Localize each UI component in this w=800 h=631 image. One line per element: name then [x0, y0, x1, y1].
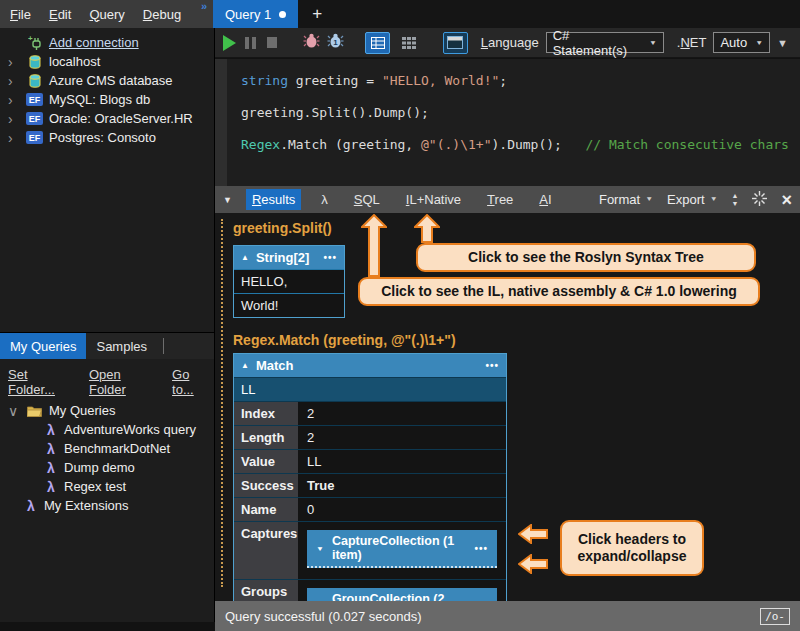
connection-postgres[interactable]: › EF Postgres: Consoto [0, 128, 214, 147]
results-panel: greeting.Split() ▲ String[2] ••• HELLO, … [215, 213, 800, 601]
close-results-icon[interactable]: × [781, 191, 792, 209]
language-select[interactable]: C# Statement(s) ▼ [546, 32, 664, 53]
folder-label: My Queries [49, 403, 115, 418]
query-label: My Extensions [44, 498, 129, 513]
add-connection[interactable]: + Add connection [0, 33, 214, 52]
menu-edit[interactable]: Edit [49, 7, 71, 22]
table-row: Length 2 [234, 425, 506, 449]
expand-chevron-icon[interactable]: › [8, 93, 20, 107]
collapse-chevron-icon[interactable]: ∨ [8, 404, 20, 418]
sidebar: + Add connection › localhost › Azure CMS… [0, 28, 215, 622]
go-to-link[interactable]: Go to... [172, 367, 214, 397]
table-row-captures: Captures ▼ CaptureCollection (1 item) ••… [234, 521, 506, 579]
tab-sql[interactable]: SQL [348, 189, 386, 210]
code-line-1: string greeting = "HELLO, World!"; [241, 65, 800, 97]
regex-options-badge[interactable]: /o- [760, 608, 790, 625]
capture-collection-label: CaptureCollection (1 item) [332, 534, 467, 562]
results-panel-layout-button[interactable] [443, 32, 468, 54]
ef-core-icon: EF [26, 93, 43, 106]
format-label: Format [599, 192, 640, 207]
results-left-dotted-line [221, 219, 223, 587]
my-extensions-item[interactable]: λ My Extensions [0, 496, 214, 515]
connections-panel: + Add connection › localhost › Azure CMS… [0, 28, 214, 332]
tab-lambda[interactable]: λ [315, 189, 334, 210]
tab-results[interactable]: Results [246, 189, 301, 210]
tab-query-1[interactable]: Query 1 [213, 0, 298, 28]
list-item[interactable]: λ BenchmarkDotNet [0, 439, 214, 458]
connection-label: Oracle: OracleServer.HR [49, 111, 193, 126]
lambda-query-icon: λ [44, 422, 58, 438]
set-folder-link[interactable]: Set Folder... [8, 367, 77, 397]
lambda-query-icon: λ [44, 441, 58, 457]
format-dropdown[interactable]: Format ▼ [599, 192, 653, 207]
dotnet-value: Auto [720, 35, 747, 50]
expand-chevron-icon[interactable]: › [8, 74, 20, 88]
dotnet-select[interactable]: Auto ▼ [713, 32, 770, 53]
tab-il-native[interactable]: IL+Native [400, 189, 467, 210]
breakpoint-bug-icon[interactable]: 1 [327, 33, 344, 52]
code-line-2: greeting.Split().Dump(); [241, 97, 800, 129]
callout-line: Click headers to [578, 531, 686, 549]
ef-core-icon: EF [26, 131, 43, 144]
my-queries-panel: Set Folder... Open Folder Go to... ∨ My … [0, 359, 214, 622]
new-tab-button[interactable]: + [298, 0, 336, 28]
unsaved-dot-icon [279, 11, 286, 18]
list-item[interactable]: λ Regex test [0, 477, 214, 496]
chevron-down-icon: ▼ [649, 39, 657, 46]
tab-ai[interactable]: AI [533, 189, 557, 210]
resize-panel-icon[interactable]: ▲▼ [732, 193, 739, 207]
tab-my-queries[interactable]: My Queries [0, 333, 86, 359]
code-editor[interactable]: string greeting = "HELLO, World!"; greet… [215, 59, 800, 186]
rich-text-results-button[interactable] [365, 32, 390, 54]
query-label: Regex test [64, 479, 126, 494]
header-menu-icon[interactable]: ••• [485, 360, 499, 371]
ef-core-icon: EF [26, 112, 43, 125]
dotnet-label: .NET [677, 35, 707, 50]
list-item[interactable]: λ Dump demo [0, 458, 214, 477]
connection-label: Azure CMS database [49, 73, 173, 88]
callout-roslyn-tree: Click to see the Roslyn Syntax Tree [416, 243, 756, 272]
menu-debug[interactable]: Debug [143, 7, 181, 22]
toolbar: 1 Language C# Statement(s) ▼ .NET Auto ▼… [215, 28, 800, 58]
results-collapse-caret-icon[interactable]: ▼ [223, 195, 232, 205]
stop-button[interactable] [267, 37, 277, 48]
connection-localhost[interactable]: › localhost [0, 52, 214, 71]
expand-chevron-icon[interactable]: › [8, 112, 20, 126]
connection-label: MySQL: Blogs db [49, 92, 150, 107]
match-result-heading: Regex.Match (greeting, @"(.)\1+") [233, 332, 456, 348]
toolbar-overflow-caret-icon[interactable]: ▼ [777, 37, 792, 49]
language-label: Language [481, 35, 539, 50]
header-menu-icon[interactable]: ••• [323, 252, 337, 263]
header-menu-icon[interactable]: ••• [474, 543, 488, 554]
menu-file[interactable]: File [10, 7, 31, 22]
data-grid-results-button[interactable] [397, 32, 422, 54]
export-dropdown[interactable]: Export ▼ [667, 192, 718, 207]
match-table-header[interactable]: ▲ Match ••• [234, 354, 506, 377]
split-result-heading: greeting.Split() [233, 220, 332, 236]
pause-button[interactable] [245, 37, 256, 49]
connection-oracle[interactable]: › EF Oracle: OracleServer.HR [0, 109, 214, 128]
tab-samples[interactable]: Samples [86, 333, 157, 359]
tab-tree[interactable]: Tree [481, 189, 519, 210]
connection-mysql[interactable]: › EF MySQL: Blogs db [0, 90, 214, 109]
debug-bug-icon[interactable] [303, 33, 320, 52]
linqpad-window: File Edit Query Debug » Query 1 + [0, 0, 800, 631]
menu-overflow-icon[interactable]: » [201, 0, 207, 12]
my-queries-folder[interactable]: ∨ My Queries [0, 401, 214, 420]
split-result-table: ▲ String[2] ••• HELLO, World! [233, 245, 345, 318]
table-row: Index 2 [234, 401, 506, 425]
capture-collection-header[interactable]: ▼ CaptureCollection (1 item) ••• [307, 530, 497, 568]
lambda-query-icon: λ [44, 460, 58, 476]
open-folder-link[interactable]: Open Folder [89, 367, 160, 397]
query-tab-strip: Query 1 + [213, 0, 336, 28]
list-item[interactable]: λ AdventureWorks query [0, 420, 214, 439]
svg-text:+: + [28, 35, 33, 43]
expand-chevron-icon[interactable]: › [8, 55, 20, 69]
menu-query[interactable]: Query [89, 7, 124, 22]
split-table-header[interactable]: ▲ String[2] ••• [234, 246, 344, 269]
chevron-down-icon: ▼ [755, 39, 763, 46]
expand-chevron-icon[interactable]: › [8, 131, 20, 145]
connection-azure[interactable]: › Azure CMS database [0, 71, 214, 90]
undock-results-icon[interactable] [752, 191, 767, 209]
run-button[interactable] [223, 35, 236, 51]
